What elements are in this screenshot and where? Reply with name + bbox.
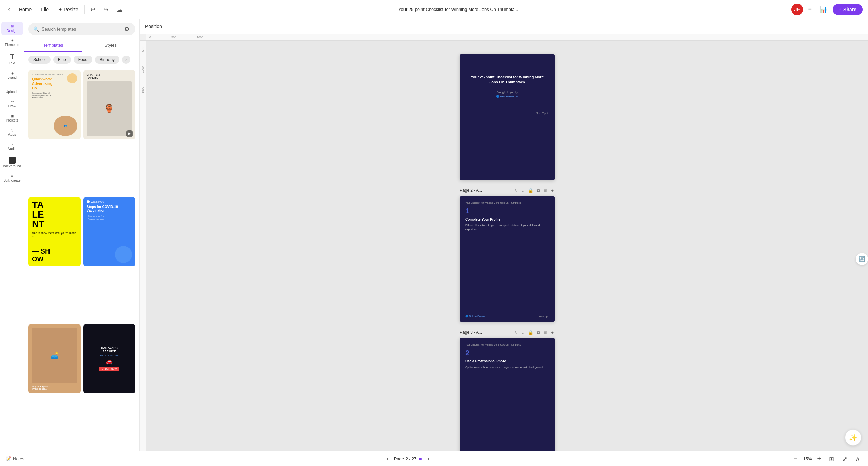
page-3-expand-button[interactable]: ⌄ [520,329,526,336]
fullscreen-button[interactable]: ⤢ [840,453,850,465]
panel-sidebar: 🔍 ⚙ Templates Styles School Blue Food Bi… [24,19,140,451]
canvas-page-2-wrapper: Your Checklist for Winning More Jobs On … [160,196,854,322]
chip-food[interactable]: Food [74,56,92,64]
page-3-add-button[interactable]: + [550,329,555,336]
page-2-collapse-button[interactable]: ∧ [513,187,518,194]
zoom-in-button[interactable]: + [814,453,824,464]
notes-icon: 📝 [5,456,11,461]
redo-button[interactable]: ↪ [101,4,111,15]
refresh-button[interactable]: 🔄 [856,253,868,265]
sidebar-item-brand[interactable]: ◈ Brand [1,69,23,82]
page-3-controls: Page 3 - A... ∧ ⌄ 🔒 ⧉ 🗑 + [460,329,555,336]
template-card[interactable]: CAR WARSSERVICE UP TO 30% OFF 🚗 ORDER NO… [83,324,136,394]
sidebar-item-projects[interactable]: ▣ Projects [1,111,23,125]
search-input[interactable] [42,26,120,32]
zoom-level: 15% [803,456,812,461]
icon-sidebar: ⊞ Design ✦ Elements T Text ◈ Brand ↑ Upl… [0,19,24,451]
canvas-page-1-wrapper: Your 25-point Checklist for Winning More… [160,54,854,180]
apps-icon: ⬡ [11,128,14,132]
canvas-content: 0 500 1000 500 1000 1500 [140,34,868,451]
grid-view-button[interactable]: ⊞ [826,453,837,465]
page-3-copy-button[interactable]: ⧉ [536,329,541,336]
uploads-icon: ↑ [11,86,13,89]
add-collaborator-button[interactable]: + [806,4,815,15]
magic-icon: ✨ [849,433,857,442]
main-layout: ⊞ Design ✦ Elements T Text ◈ Brand ↑ Upl… [0,19,868,451]
page-2-label: Page 2 - A... [460,188,482,193]
bottom-bar: 📝 Notes ‹ Page 2 / 27 › − 15% + ⊞ ⤢ ∧ [0,451,868,466]
text-icon: T [10,53,14,61]
resize-icon: ✦ [58,7,62,12]
avatar[interactable]: JF [791,4,803,15]
sidebar-item-draw[interactable]: ✏ Draw [1,97,23,111]
share-button[interactable]: ↑ Share [833,4,863,15]
home-button[interactable]: Home [16,5,35,14]
sidebar-item-uploads[interactable]: ↑ Uploads [1,83,23,96]
bottom-left: 📝 Notes [5,456,24,461]
page-2-expand-button[interactable]: ⌄ [520,187,526,194]
sidebar-item-background[interactable]: Background [1,154,23,171]
page-2-add-button[interactable]: + [550,187,555,194]
prev-page-button[interactable]: ‹ [384,453,391,464]
canvas-page-1[interactable]: Your 25-point Checklist for Winning More… [460,54,555,180]
panel-tabs: Templates Styles [24,39,139,52]
page-3-action-buttons: ∧ ⌄ 🔒 ⧉ 🗑 + [513,329,555,336]
topbar-left: ‹ Home File ✦ Resize ↩ ↪ ☁ [5,4,125,15]
page-2-copy-button[interactable]: ⧉ [536,187,541,194]
brand-icon: ◈ [11,71,14,75]
audio-icon: ♪ [11,143,13,146]
zoom-out-button[interactable]: − [791,453,801,464]
chip-birthday[interactable]: Birthday [95,56,119,64]
template-card[interactable]: YOUR MESSAGE MATTERS... QuarkwoodAdverti… [28,70,81,139]
canvas-page-2[interactable]: Your Checklist for Winning More Jobs On … [460,196,555,322]
draw-icon: ✏ [11,100,14,104]
page-3-label: Page 3 - A... [460,330,482,335]
next-page-button[interactable]: › [425,453,432,464]
page-3-lock-button[interactable]: 🔒 [527,329,534,336]
position-label: Position [145,24,162,29]
collapse-panel-button[interactable]: ∧ [853,453,863,465]
analytics-button[interactable]: 📊 [817,4,830,15]
sidebar-item-audio[interactable]: ♪ Audio [1,140,23,153]
template-card[interactable]: Weather City Steps for COVID-19Vaccinati… [83,197,136,266]
background-icon [9,157,16,164]
elements-icon: ✦ [11,39,14,42]
canvas-page-3[interactable]: Your Checklist for Winning More Jobs On … [460,338,555,451]
file-button[interactable]: File [38,5,52,14]
page-2-delete-button[interactable]: 🗑 [542,187,549,194]
search-bar: 🔍 ⚙ [28,23,135,35]
page-2-controls: Page 2 - A... ∧ ⌄ 🔒 ⧉ 🗑 + [460,187,555,194]
sidebar-item-design[interactable]: ⊞ Design [1,22,23,35]
bottom-right: − 15% + ⊞ ⤢ ∧ [791,453,863,465]
template-card[interactable]: TALENT time to show them what you're mad… [28,197,81,266]
page-2-lock-button[interactable]: 🔒 [527,187,534,194]
ruler-mark-500: 500 [171,36,176,39]
page-3-collapse-button[interactable]: ∧ [513,329,518,336]
resize-button[interactable]: ✦ Resize [55,5,82,14]
chip-school[interactable]: School [28,56,51,64]
undo-button[interactable]: ↩ [87,4,98,15]
sidebar-item-apps[interactable]: ⬡ Apps [1,126,23,139]
cloud-save-button[interactable]: ☁ [114,4,125,15]
ruler-mark-1000: 1000 [197,36,203,39]
page-3-delete-button[interactable]: 🗑 [542,329,549,336]
projects-icon: ▣ [11,114,14,118]
chip-more-button[interactable]: › [122,56,130,64]
tab-styles[interactable]: Styles [82,39,140,52]
tab-templates[interactable]: Templates [24,39,82,52]
sidebar-item-text[interactable]: T Text [1,50,23,68]
canvas-area: Position 0 500 1000 500 1000 15 [140,19,868,451]
chip-blue[interactable]: Blue [53,56,71,64]
sidebar-item-bulk-create[interactable]: ≡ Bulk create [1,171,23,185]
sidebar-item-elements[interactable]: ✦ Elements [1,36,23,50]
back-button[interactable]: ‹ [5,4,13,15]
notes-button[interactable]: 📝 Notes [5,456,24,461]
canvas-scroll[interactable]: Your 25-point Checklist for Winning More… [146,41,868,451]
share-icon: ↑ [839,7,841,12]
template-card[interactable]: 🛋️ Upgrading yourliving space... [28,324,81,394]
filter-button[interactable]: ⚙ [123,25,131,33]
magic-fab-button[interactable]: ✨ [845,429,861,446]
page-counter: Page 2 / 27 [394,456,417,461]
canvas-toolbar: Position [140,19,868,34]
template-card[interactable]: CRAFTS &PAPERIE 🏺 ▶ [83,70,136,139]
